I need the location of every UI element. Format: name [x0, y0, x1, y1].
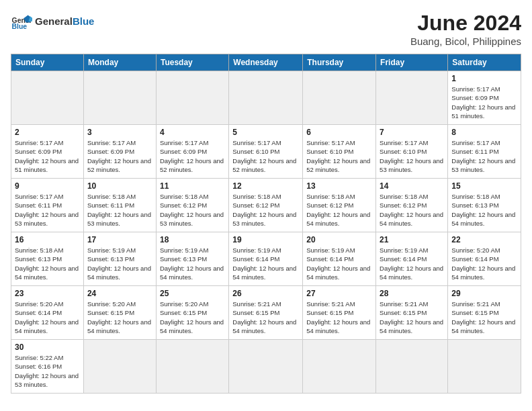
day-number: 24 — [87, 289, 152, 298]
day-number: 4 — [160, 128, 225, 137]
page-header: General Blue GeneralBlue June 2024 Buang… — [11, 11, 521, 47]
calendar-cell: 3Sunrise: 5:17 AM Sunset: 6:09 PM Daylig… — [83, 125, 156, 179]
day-info: Sunrise: 5:21 AM Sunset: 6:15 PM Dayligh… — [232, 300, 299, 335]
day-number: 12 — [232, 181, 299, 191]
calendar-body: 1Sunrise: 5:17 AM Sunset: 6:09 PM Daylig… — [11, 71, 521, 394]
calendar-week-4: 23Sunrise: 5:20 AM Sunset: 6:14 PM Dayli… — [11, 286, 521, 340]
calendar-cell: 22Sunrise: 5:20 AM Sunset: 6:14 PM Dayli… — [448, 232, 521, 286]
day-number: 9 — [15, 181, 80, 191]
calendar-week-1: 2Sunrise: 5:17 AM Sunset: 6:09 PM Daylig… — [11, 125, 521, 179]
day-info: Sunrise: 5:21 AM Sunset: 6:15 PM Dayligh… — [451, 300, 517, 335]
day-number: 20 — [306, 235, 372, 244]
calendar-cell: 2Sunrise: 5:17 AM Sunset: 6:09 PM Daylig… — [11, 125, 84, 179]
calendar-cell: 9Sunrise: 5:17 AM Sunset: 6:11 PM Daylig… — [11, 179, 84, 232]
day-number: 29 — [451, 289, 517, 298]
day-number: 6 — [306, 128, 372, 137]
calendar-cell: 25Sunrise: 5:20 AM Sunset: 6:15 PM Dayli… — [156, 286, 228, 340]
day-info: Sunrise: 5:18 AM Sunset: 6:12 PM Dayligh… — [232, 192, 299, 228]
calendar-title: June 2024 — [410, 11, 521, 36]
day-info: Sunrise: 5:18 AM Sunset: 6:12 PM Dayligh… — [306, 192, 372, 228]
weekday-wednesday: Wednesday — [229, 54, 303, 71]
day-number: 28 — [380, 289, 444, 298]
day-number: 18 — [160, 235, 225, 244]
logo-blue: Blue — [73, 15, 95, 27]
day-info: Sunrise: 5:20 AM Sunset: 6:14 PM Dayligh… — [451, 246, 517, 281]
day-number: 27 — [306, 289, 372, 298]
weekday-friday: Friday — [376, 54, 448, 71]
day-number: 1 — [451, 74, 517, 83]
calendar-cell — [83, 71, 156, 125]
calendar-cell — [11, 71, 84, 125]
day-info: Sunrise: 5:18 AM Sunset: 6:12 PM Dayligh… — [160, 192, 225, 228]
calendar-cell — [376, 71, 448, 125]
day-number: 26 — [232, 289, 299, 298]
day-info: Sunrise: 5:19 AM Sunset: 6:14 PM Dayligh… — [306, 246, 372, 281]
calendar-week-0: 1Sunrise: 5:17 AM Sunset: 6:09 PM Daylig… — [11, 71, 521, 125]
calendar-cell: 1Sunrise: 5:17 AM Sunset: 6:09 PM Daylig… — [448, 71, 521, 125]
day-number: 5 — [232, 128, 299, 137]
calendar-cell: 18Sunrise: 5:19 AM Sunset: 6:13 PM Dayli… — [156, 232, 228, 286]
day-info: Sunrise: 5:17 AM Sunset: 6:10 PM Dayligh… — [306, 138, 372, 174]
day-number: 19 — [232, 235, 299, 244]
calendar-cell — [156, 71, 228, 125]
weekday-saturday: Saturday — [448, 54, 521, 71]
calendar-cell: 28Sunrise: 5:21 AM Sunset: 6:15 PM Dayli… — [376, 286, 448, 340]
day-info: Sunrise: 5:21 AM Sunset: 6:15 PM Dayligh… — [306, 300, 372, 335]
day-info: Sunrise: 5:19 AM Sunset: 6:13 PM Dayligh… — [160, 246, 225, 281]
day-info: Sunrise: 5:20 AM Sunset: 6:14 PM Dayligh… — [15, 300, 80, 335]
day-info: Sunrise: 5:17 AM Sunset: 6:09 PM Dayligh… — [87, 138, 152, 174]
calendar-cell: 10Sunrise: 5:18 AM Sunset: 6:11 PM Dayli… — [83, 179, 156, 232]
calendar-cell — [303, 340, 376, 394]
calendar-cell: 8Sunrise: 5:17 AM Sunset: 6:11 PM Daylig… — [448, 125, 521, 179]
calendar-cell — [83, 340, 156, 394]
calendar-cell: 17Sunrise: 5:19 AM Sunset: 6:13 PM Dayli… — [83, 232, 156, 286]
day-number: 8 — [451, 128, 517, 137]
calendar-cell: 27Sunrise: 5:21 AM Sunset: 6:15 PM Dayli… — [303, 286, 376, 340]
day-info: Sunrise: 5:20 AM Sunset: 6:15 PM Dayligh… — [87, 300, 152, 335]
calendar-week-2: 9Sunrise: 5:17 AM Sunset: 6:11 PM Daylig… — [11, 179, 521, 232]
calendar-cell: 7Sunrise: 5:17 AM Sunset: 6:10 PM Daylig… — [376, 125, 448, 179]
day-number: 23 — [15, 289, 80, 298]
day-number: 10 — [87, 181, 152, 191]
weekday-tuesday: Tuesday — [156, 54, 228, 71]
calendar-cell — [156, 340, 228, 394]
day-number: 21 — [380, 235, 444, 244]
calendar-week-5: 30Sunrise: 5:22 AM Sunset: 6:16 PM Dayli… — [11, 340, 521, 394]
title-block: June 2024 Buang, Bicol, Philippines — [410, 11, 521, 47]
calendar-cell: 16Sunrise: 5:18 AM Sunset: 6:13 PM Dayli… — [11, 232, 84, 286]
calendar-cell: 13Sunrise: 5:18 AM Sunset: 6:12 PM Dayli… — [303, 179, 376, 232]
day-number: 16 — [15, 235, 80, 244]
day-info: Sunrise: 5:18 AM Sunset: 6:11 PM Dayligh… — [87, 192, 152, 228]
calendar-cell: 21Sunrise: 5:19 AM Sunset: 6:14 PM Dayli… — [376, 232, 448, 286]
calendar-cell: 12Sunrise: 5:18 AM Sunset: 6:12 PM Dayli… — [229, 179, 303, 232]
day-number: 14 — [380, 181, 444, 191]
calendar-cell: 26Sunrise: 5:21 AM Sunset: 6:15 PM Dayli… — [229, 286, 303, 340]
day-number: 22 — [451, 235, 517, 244]
day-number: 30 — [15, 342, 80, 352]
calendar-cell — [448, 340, 521, 394]
calendar-cell: 4Sunrise: 5:17 AM Sunset: 6:09 PM Daylig… — [156, 125, 228, 179]
calendar-cell: 29Sunrise: 5:21 AM Sunset: 6:15 PM Dayli… — [448, 286, 521, 340]
day-number: 13 — [306, 181, 372, 191]
calendar-cell: 15Sunrise: 5:18 AM Sunset: 6:13 PM Dayli… — [448, 179, 521, 232]
day-info: Sunrise: 5:18 AM Sunset: 6:12 PM Dayligh… — [380, 192, 444, 228]
logo-general: General — [35, 15, 73, 27]
calendar-cell: 6Sunrise: 5:17 AM Sunset: 6:10 PM Daylig… — [303, 125, 376, 179]
calendar-cell — [376, 340, 448, 394]
calendar-table: SundayMondayTuesdayWednesdayThursdayFrid… — [11, 54, 521, 394]
day-number: 3 — [87, 128, 152, 137]
day-number: 17 — [87, 235, 152, 244]
logo-icon: General Blue — [11, 11, 32, 32]
day-info: Sunrise: 5:17 AM Sunset: 6:10 PM Dayligh… — [232, 138, 299, 174]
day-number: 15 — [451, 181, 517, 191]
calendar-cell — [303, 71, 376, 125]
svg-text:Blue: Blue — [12, 23, 28, 30]
day-info: Sunrise: 5:17 AM Sunset: 6:09 PM Dayligh… — [160, 138, 225, 174]
day-info: Sunrise: 5:17 AM Sunset: 6:11 PM Dayligh… — [15, 192, 80, 228]
day-info: Sunrise: 5:18 AM Sunset: 6:13 PM Dayligh… — [15, 246, 80, 281]
day-info: Sunrise: 5:19 AM Sunset: 6:14 PM Dayligh… — [232, 246, 299, 281]
calendar-cell: 5Sunrise: 5:17 AM Sunset: 6:10 PM Daylig… — [229, 125, 303, 179]
weekday-thursday: Thursday — [303, 54, 376, 71]
calendar-cell: 11Sunrise: 5:18 AM Sunset: 6:12 PM Dayli… — [156, 179, 228, 232]
day-info: Sunrise: 5:20 AM Sunset: 6:15 PM Dayligh… — [160, 300, 225, 335]
